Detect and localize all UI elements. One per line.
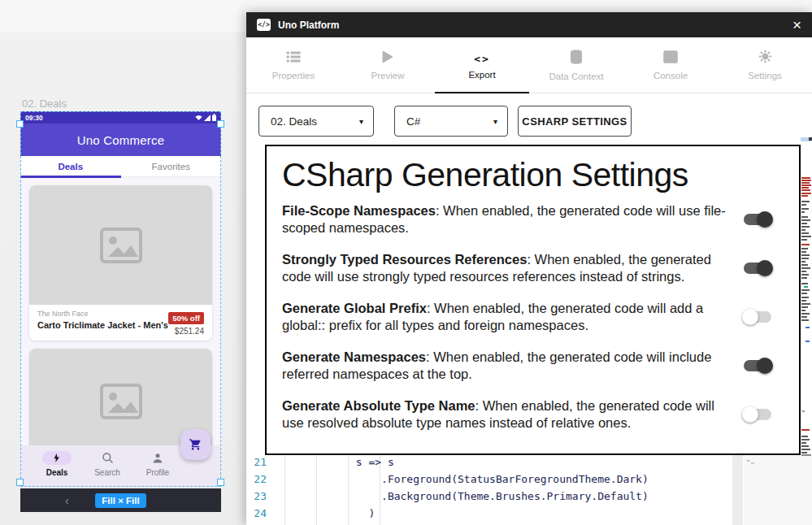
terminal-icon — [663, 50, 678, 67]
window-title-bar: </> Uno Platform × — [246, 12, 812, 37]
element-label: 02. Deals — [22, 98, 67, 110]
tab-properties[interactable]: Properties — [246, 37, 341, 93]
code-line: 23 .Background(Theme.Brushes.Primary.Def… — [246, 488, 649, 505]
code-icon: <> — [474, 51, 490, 66]
toggle-switch[interactable] — [744, 214, 771, 225]
selection-handle[interactable] — [217, 120, 224, 128]
code-line: 21 s => s — [246, 453, 394, 471]
setting-name: Strongly Typed Resources References — [282, 252, 527, 267]
tab-settings[interactable]: Settings — [718, 37, 812, 93]
tab-console[interactable]: Console — [623, 37, 718, 93]
setting-row: Strongly Typed Resources References: Whe… — [282, 251, 781, 285]
product-name: Carto Triclimate Jacket - Men's — [37, 320, 168, 330]
setting-row: Generate Global Prefix: When enabled, th… — [282, 300, 781, 334]
chevron-down-icon: ▾ — [359, 117, 363, 126]
element-select[interactable]: 02. Deals ▾ — [258, 106, 374, 137]
cart-fab[interactable] — [180, 429, 211, 460]
signal-icon — [204, 115, 211, 121]
toggle-switch[interactable] — [744, 409, 771, 420]
phone-app-bar: Uno Commerce — [20, 124, 221, 156]
csharp-settings-button[interactable]: CSHARP SETTINGS — [518, 106, 632, 137]
phone-tab-bar: Deals Favorites — [20, 156, 221, 177]
image-icon — [98, 382, 145, 421]
setting-name: Generate Namespaces — [282, 349, 426, 364]
fill-size-badge: Fill × Fill — [95, 493, 145, 508]
person-icon — [143, 451, 172, 465]
close-button[interactable]: × — [792, 17, 801, 33]
toggle-switch[interactable] — [744, 262, 771, 274]
line-number: 22 — [246, 473, 273, 485]
selection-handle[interactable] — [16, 479, 24, 486]
selection-handle[interactable] — [217, 479, 224, 486]
back-chevron-icon[interactable]: ‹ — [65, 495, 69, 506]
setting-name: File-Scope Namespaces — [282, 203, 436, 218]
image-icon — [98, 226, 145, 265]
code-line: 25 Resources — [246, 522, 432, 525]
app-bar-title: Uno Commerce — [77, 133, 164, 147]
code-line: 24 ) — [246, 505, 375, 522]
setting-row: File-Scope Namespaces: When enabled, the… — [282, 202, 781, 236]
selection-handle[interactable] — [16, 120, 24, 128]
dialog-title: CSharp Generation Settings — [282, 156, 781, 194]
line-number: 24 — [246, 507, 273, 519]
code-line: 22 .Foreground(StatusBarForegroundTheme.… — [246, 471, 649, 488]
setting-name: Generate Absolute Type Name — [282, 398, 475, 413]
list-icon — [286, 50, 301, 67]
nav-item-deals[interactable]: Deals — [32, 451, 82, 487]
setting-row: Generate Namespaces: When enabled, the g… — [282, 349, 781, 383]
setting-row: Generate Absolute Type Name: When enable… — [282, 397, 781, 432]
phone-tab-favorites[interactable]: Favorites — [121, 156, 222, 176]
chevron-down-icon: ▾ — [493, 117, 497, 126]
toggle-switch[interactable] — [744, 360, 771, 371]
product-brand: The North Face — [37, 310, 168, 318]
status-time: 09:30 — [25, 114, 43, 122]
nav-item-search[interactable]: Search — [82, 451, 132, 487]
product-card[interactable]: The North Face Carto Triclimate Jacket -… — [29, 185, 212, 341]
database-icon — [570, 50, 583, 67]
window-tab-bar: PropertiesPreview<>ExportData ContextCon… — [246, 37, 812, 93]
discount-badge: 50% off — [168, 312, 204, 324]
cart-icon — [189, 438, 202, 451]
window-title: Uno Platform — [278, 20, 339, 31]
battery-icon — [212, 114, 216, 121]
phone-tab-deals[interactable]: Deals — [20, 156, 121, 176]
deals-list: The North Face Carto Triclimate Jacket -… — [20, 177, 221, 445]
tab-data-context[interactable]: Data Context — [529, 37, 623, 93]
phone-status-bar: 09:30 — [20, 111, 221, 124]
editor-minimap[interactable] — [744, 455, 812, 525]
phone-preview[interactable]: 09:30 Uno Commerce Deals Favorites — [20, 111, 221, 487]
setting-name: Generate Global Prefix — [282, 301, 427, 315]
play-icon — [382, 50, 393, 67]
product-image-placeholder — [29, 185, 212, 305]
bolt-icon — [42, 451, 72, 465]
search-icon — [93, 451, 122, 465]
phone-tab-indicator — [20, 176, 121, 178]
uno-logo-icon: </> — [257, 19, 271, 31]
csharp-settings-dialog: CSharp Generation Settings File-Scope Na… — [265, 145, 801, 455]
tab-preview[interactable]: Preview — [341, 37, 435, 93]
tab-export[interactable]: <>Export — [435, 37, 529, 93]
uno-platform-window: </> Uno Platform × PropertiesPreview<>Ex… — [246, 12, 812, 525]
language-select[interactable]: C# ▾ — [394, 106, 508, 137]
gear-icon — [758, 50, 772, 67]
simulator-toolbar: ‹ Fill × Fill — [20, 488, 221, 512]
product-price: $251.24 — [168, 327, 204, 336]
editor-scrollbar[interactable] — [732, 455, 743, 525]
line-number: 21 — [246, 456, 273, 468]
phone-screen: 09:30 Uno Commerce Deals Favorites — [20, 111, 221, 487]
nav-item-profile[interactable]: Profile — [132, 451, 183, 487]
wifi-icon — [195, 115, 202, 121]
toggle-switch[interactable] — [744, 311, 771, 323]
line-number: 23 — [246, 490, 273, 502]
